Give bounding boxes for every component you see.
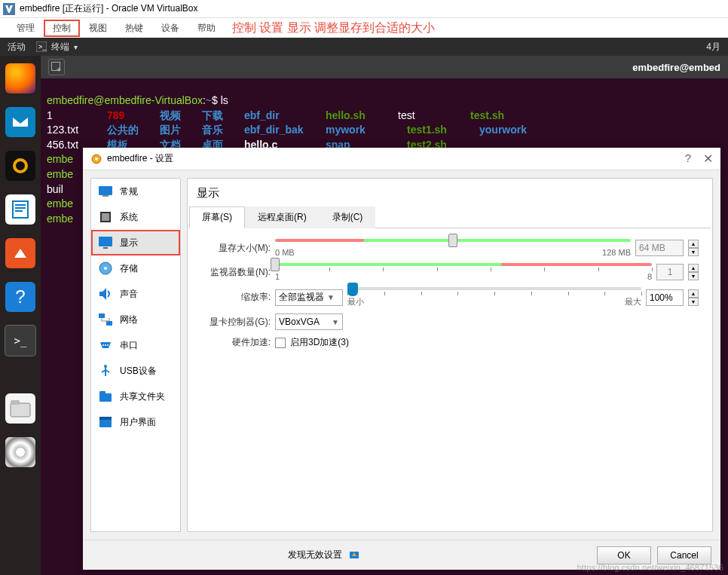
vmem-label: 显存大小(M): [201,242,271,255]
menu-manage[interactable]: 管理 [8,20,44,37]
spin-down-button: ▼ [688,298,699,306]
monitors-spinner[interactable]: ▲▼ [688,264,699,280]
svg-rect-5 [15,207,26,209]
tab-remote[interactable]: 远程桌面(R) [245,206,320,228]
ubuntu-software-icon[interactable] [5,238,35,268]
virtualbox-titlebar: embedfire [正在运行] - Oracle VM VirtualBox [0,0,728,18]
settings-dialog: embedfire - 设置 ? ✕ 常规 系统 显示 存储 声音 网络 串口 … [83,148,720,570]
firefox-icon[interactable] [5,63,35,93]
thunderbird-icon[interactable] [5,107,35,137]
screen-form: 显存大小(M): 0 MB 128 MB 64 MB ▲▼ 监视器数量(N): [188,228,712,365]
sidebar-item-system[interactable]: 系统 [91,204,180,230]
cancel-button[interactable]: Cancel [657,546,711,564]
ok-button[interactable]: OK [597,546,651,564]
scale-value[interactable]: 100% [646,289,684,306]
menu-help[interactable]: 帮助 [188,20,225,37]
display-tabs: 屏幕(S) 远程桌面(R) 录制(C) [189,206,711,228]
new-tab-button[interactable]: ＋ [48,59,65,75]
spin-up-button: ▲ [688,289,699,298]
terminal-icon: >_ [36,41,47,52]
menu-view[interactable]: 视图 [80,20,116,37]
svg-rect-11 [99,186,112,195]
scale-slider[interactable]: 最小 最大 [347,287,641,307]
files-icon[interactable] [5,393,35,424]
vmem-spinner[interactable]: ▲▼ [688,240,699,256]
svg-text:>_: >_ [38,43,47,50]
activities-button[interactable]: 活动 [8,41,26,54]
svg-point-23 [107,344,109,346]
svg-rect-20 [106,321,112,326]
scale-target-combo[interactable]: 全部监视器▼ [275,289,343,306]
virtualbox-title: embedfire [正在运行] - Oracle VM VirtualBox [20,2,198,15]
settings-sidebar: 常规 系统 显示 存储 声音 网络 串口 USB设备 共享文件夹 用户界面 [90,178,181,532]
ubuntu-launcher: ? >_ [0,56,41,575]
svg-point-18 [104,267,107,270]
terminal-icon[interactable]: >_ [5,326,35,356]
annotation-text: 控制 设置 显示 调整显存到合适的大小 [232,20,435,36]
sidebar-item-usb[interactable]: USB设备 [91,358,180,384]
clock-label[interactable]: 4月 [706,41,720,54]
spin-up-button: ▲ [688,240,699,248]
svg-rect-19 [99,313,105,318]
menu-input[interactable]: 热键 [116,20,152,37]
ls-row: 123.txt公共的图片音乐ebf_dir_bakmyworktest1.shy… [47,123,722,138]
help-icon[interactable]: ? [5,282,35,312]
close-button[interactable]: ✕ [703,151,713,166]
sidebar-item-storage[interactable]: 存储 [91,255,180,281]
sidebar-item-ui[interactable]: 用户界面 [91,409,180,435]
svg-rect-3 [13,201,28,218]
settings-main-pane: 显示 屏幕(S) 远程桌面(R) 录制(C) 显存大小(M): 0 MB 128… [187,178,713,532]
terminal-prompt: embedfire@embedfire-VirtualBox:~$ ls [47,93,722,109]
rhythmbox-icon[interactable] [5,151,35,181]
disc-icon[interactable] [5,437,35,467]
vmem-slider[interactable]: 0 MB 128 MB [275,239,631,257]
monitors-slider[interactable]: 1 8 [275,263,652,281]
svg-rect-27 [99,391,106,394]
terminal-header: ＋ embedfire@embed [41,56,728,78]
gear-icon [90,153,102,165]
warning-icon [348,549,360,561]
svg-rect-12 [102,195,109,197]
svg-rect-25 [105,367,106,376]
svg-rect-15 [99,237,112,246]
menu-devices[interactable]: 设备 [152,20,188,37]
spin-up-button: ▲ [688,264,699,272]
scale-spinner[interactable]: ▲▼ [688,289,699,306]
accel3d-checkbox[interactable] [275,338,286,348]
svg-rect-26 [99,393,112,402]
hwaccel-label: 硬件加速: [201,336,271,349]
sidebar-item-display[interactable]: 显示 [91,230,180,255]
tab-screen[interactable]: 屏幕(S) [189,206,245,228]
chevron-down-icon: ▾ [74,43,78,51]
watermark: https://blog.csdn.net/weixin_46871536 [577,563,723,572]
help-button[interactable]: ? [685,151,691,166]
gpu-label: 显卡控制器(G): [201,316,271,329]
spin-down-button: ▼ [688,248,699,256]
svg-rect-4 [15,204,26,206]
virtualbox-menubar: 管理 控制 视图 热键 设备 帮助 控制 设置 显示 调整显存到合适的大小 [0,18,728,38]
ls-row: 1789视频下载ebf_dirhello.shtesttest.sh [47,109,722,124]
menu-machine[interactable]: 控制 [44,20,80,37]
sidebar-item-serial[interactable]: 串口 [91,332,180,358]
vmem-value[interactable]: 64 MB [635,240,684,256]
ubuntu-topbar: 活动 >_ 终端 ▾ 4月 [0,38,728,56]
sidebar-item-network[interactable]: 网络 [91,307,180,332]
gpu-combo[interactable]: VBoxVGA▼ [275,313,343,330]
invalid-settings-text: 发现无效设置 [288,549,342,561]
dialog-titlebar[interactable]: embedfire - 设置 ? ✕ [83,148,720,170]
sidebar-item-general[interactable]: 常规 [91,179,180,204]
active-app-menu[interactable]: >_ 终端 ▾ [36,41,78,54]
active-app-name: 终端 [51,41,69,54]
libreoffice-writer-icon[interactable] [5,194,35,225]
svg-rect-16 [103,247,108,249]
virtualbox-icon [3,3,15,15]
svg-rect-14 [102,213,109,221]
sidebar-item-audio[interactable]: 声音 [91,281,180,307]
monitors-label: 监视器数量(N): [201,266,271,279]
svg-point-10 [95,158,98,161]
pane-title: 显示 [188,179,712,206]
monitors-value[interactable]: 1 [656,264,684,280]
tab-record[interactable]: 录制(C) [320,206,376,228]
svg-rect-6 [15,210,23,212]
sidebar-item-shared[interactable]: 共享文件夹 [91,384,180,409]
